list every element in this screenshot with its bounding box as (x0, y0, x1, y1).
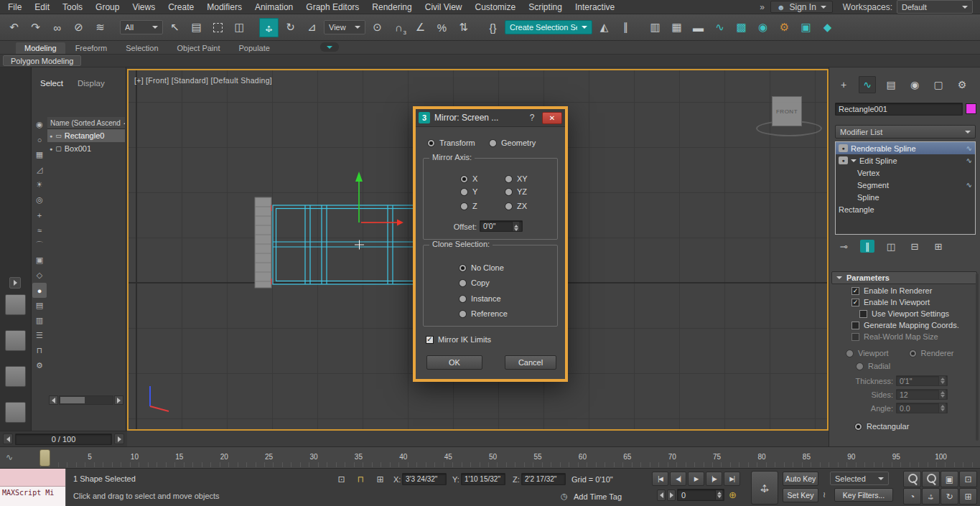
eye-icon[interactable]: ● (839, 144, 848, 152)
zoom-icon[interactable] (903, 471, 921, 487)
transform-gizmo-toggle-icon[interactable]: ⊞ (373, 473, 387, 486)
polygon-modeling-panel-button[interactable]: Polygon Modeling (3, 55, 81, 66)
ribbon-tab-selection[interactable]: Selection (117, 42, 167, 54)
spinner-field-sides[interactable]: 12 (896, 389, 948, 400)
expand-panel-button[interactable] (9, 277, 21, 289)
name-column-header[interactable]: Name (Sorted Ascend (47, 117, 125, 129)
checkbox-enable-in-viewport[interactable]: ✓ (851, 299, 859, 306)
viewcube[interactable]: FRONT (752, 92, 831, 144)
frame-counter-field[interactable]: 0 / 100 (15, 434, 112, 445)
schematic-view-icon[interactable]: ▩ (732, 18, 751, 37)
redo-icon[interactable]: ↷ (26, 18, 45, 37)
zoom-extents-icon[interactable]: ▣ (941, 471, 958, 487)
axis-xy-radio[interactable] (505, 175, 513, 183)
menu-item-rendering[interactable]: Rendering (365, 0, 418, 14)
frame-spinner[interactable] (715, 490, 722, 500)
y-coordinate-field[interactable]: 1'10 15/32" (461, 473, 505, 485)
spin-down-icon[interactable] (941, 408, 945, 411)
orbit-icon[interactable]: ↻ (941, 488, 958, 505)
spin-up-icon[interactable] (941, 405, 945, 408)
close-button[interactable]: ✕ (542, 112, 562, 124)
se-display-shapes-icon[interactable]: ◿ (32, 162, 47, 177)
select-and-link-icon[interactable]: ∞ (47, 18, 67, 37)
modifier-spline[interactable]: Spline (836, 191, 975, 203)
select-object-icon[interactable]: ↖ (165, 18, 185, 37)
set-key-button[interactable]: Set Key (783, 488, 818, 502)
isolate-selection-icon[interactable]: ⊡ (335, 473, 348, 486)
pin-stack-icon[interactable]: ⊸ (836, 240, 851, 253)
menu-item-edit[interactable]: Edit (28, 0, 56, 14)
key-mode-dropdown[interactable]: Selected (830, 472, 889, 485)
material-editor-icon[interactable]: ◉ (753, 18, 773, 37)
menu-item-scripting[interactable]: Scripting (522, 0, 569, 14)
select-and-rotate-icon[interactable]: ↻ (281, 18, 300, 37)
param-real-world-map-size[interactable]: Real-World Map Size (831, 331, 977, 342)
use-pivot-point-icon[interactable]: ⊙ (368, 18, 387, 37)
workspaces-dropdown[interactable]: Default (897, 0, 973, 14)
pan-icon[interactable] (922, 488, 940, 505)
viewport-layout-tab-4[interactable] (5, 402, 26, 423)
modifier-vertex[interactable]: Vertex (836, 167, 975, 179)
se-display-helpers-icon[interactable]: + (32, 207, 47, 222)
eye-icon[interactable]: ● (839, 156, 848, 164)
named-selection-sets-icon[interactable]: {} (483, 18, 503, 37)
mirror-icon[interactable]: ◭ (594, 18, 614, 37)
percent-snap-icon[interactable]: % (432, 18, 452, 37)
maximize-viewport-icon[interactable]: ⊞ (959, 488, 977, 505)
instance-radio[interactable] (459, 295, 467, 303)
toggle-layer-explorer-icon[interactable]: ▦ (667, 18, 686, 37)
hierarchy-tab-icon[interactable]: ▤ (882, 76, 900, 93)
spin-up-icon[interactable] (941, 378, 945, 380)
toggle-scene-explorer-icon[interactable]: ▥ (645, 18, 665, 37)
previous-frame-button[interactable]: ◀| (670, 472, 686, 486)
axis-yz-radio[interactable] (505, 188, 513, 196)
viewport-layout-tab-1[interactable] (5, 294, 26, 315)
scrollbar-thumb[interactable] (60, 397, 85, 403)
x-coordinate-field[interactable]: 3'3 24/32" (402, 473, 447, 485)
object-color-swatch[interactable] (966, 103, 976, 114)
radial-radio[interactable] (856, 362, 864, 370)
ok-button[interactable]: OK (426, 355, 482, 370)
go-to-end-button[interactable]: ▶| (724, 472, 740, 486)
reference-coordinate-dropdown[interactable]: View (324, 20, 365, 34)
axis-x-radio[interactable] (460, 175, 468, 183)
spinner-arrows[interactable] (938, 403, 946, 413)
show-end-result-icon[interactable]: ∥ (860, 240, 874, 253)
offset-field[interactable]: 0'0" (480, 220, 523, 232)
param-use-viewport-settings[interactable]: Use Viewport Settings (831, 308, 977, 319)
se-list-view-icon[interactable]: ▤ (32, 298, 47, 313)
se-lock-icon[interactable]: ⊓ (32, 343, 47, 358)
menu-item-create[interactable]: Create (162, 0, 200, 14)
se-display-hidden-icon[interactable]: ● (32, 283, 47, 298)
transform-radio[interactable] (427, 139, 435, 147)
menu-item-graph-editors[interactable]: Graph Editors (299, 0, 365, 14)
time-slider-handle[interactable] (39, 449, 50, 467)
modifier-renderable-spline[interactable]: ●Renderable Spline∿ (836, 142, 975, 154)
previous-frame-arrow-button[interactable] (3, 434, 13, 444)
viewport-layout-tab-2[interactable] (5, 330, 26, 351)
rendered-frame-window-icon[interactable]: ▣ (796, 18, 816, 37)
unlink-selection-icon[interactable]: ⊘ (69, 18, 88, 37)
offset-spinner[interactable] (512, 222, 519, 231)
next-frame-button[interactable]: |▶ (706, 472, 722, 486)
axis-z-radio[interactable] (460, 202, 468, 210)
viewcube-front-face[interactable]: FRONT (772, 96, 802, 126)
rectangular-radio[interactable] (854, 423, 862, 431)
spinner-arrows[interactable] (938, 376, 946, 385)
spinner-field-thickness[interactable]: 0'1" (896, 375, 948, 386)
viewport-layout-tab-3[interactable] (5, 366, 26, 387)
axis-y-radio[interactable] (460, 188, 468, 196)
cancel-button[interactable]: Cancel (505, 355, 556, 370)
param-enable-in-viewport[interactable]: ✓Enable In Viewport (831, 296, 977, 308)
no-clone-radio[interactable] (459, 264, 467, 272)
utilities-tab-icon[interactable]: ⚙ (953, 76, 971, 93)
spinner-field-angle[interactable]: 0.0 (896, 403, 948, 413)
z-coordinate-field[interactable]: 2'2 17/32" (521, 473, 566, 485)
menu-item-modifiers[interactable]: Modifiers (200, 0, 248, 14)
viewport-label[interactable]: [+] [Front] [Standard] [Default Shading] (134, 76, 272, 85)
modify-tab-icon[interactable]: ∿ (859, 76, 876, 93)
snaps-toggle-icon[interactable]: ∩3 (389, 18, 409, 37)
align-icon[interactable]: ∥ (616, 18, 635, 37)
se-display-bones-icon[interactable]: ⌒ (32, 238, 47, 253)
se-display-cameras-icon[interactable]: ◎ (32, 192, 47, 207)
